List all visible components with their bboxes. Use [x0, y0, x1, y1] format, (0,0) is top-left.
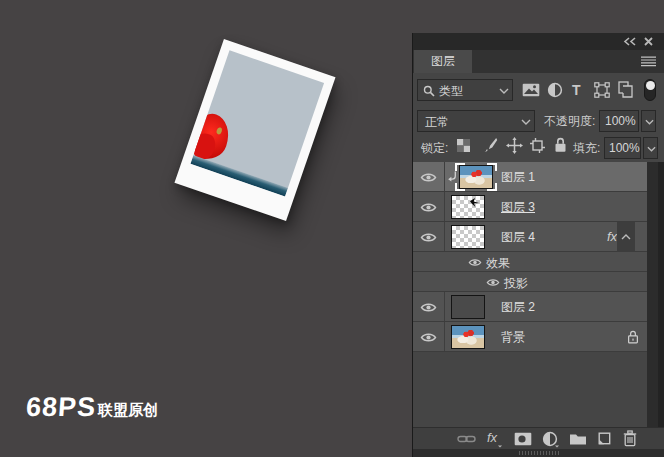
effect-row-drop-shadow[interactable]: 投影: [413, 272, 647, 292]
eye-icon[interactable]: [420, 202, 437, 213]
panel-resize-strip[interactable]: [413, 449, 664, 457]
layer-row-layer3[interactable]: 图层 3: [413, 192, 647, 222]
eye-icon[interactable]: [420, 332, 437, 343]
panel-menu-icon[interactable]: [641, 56, 656, 67]
eye-icon[interactable]: [486, 278, 500, 287]
panel-titlebar: [413, 33, 664, 50]
smart-object-filter-icon[interactable]: [618, 81, 633, 98]
layer-row-layer1[interactable]: 图层 1: [413, 162, 647, 192]
chevron-down-icon: [499, 88, 509, 94]
layer-content-mark: [470, 198, 479, 207]
layer-thumbnail[interactable]: [451, 225, 485, 249]
collapse-effects-button[interactable]: [617, 222, 635, 252]
layer-name[interactable]: 图层 3: [501, 192, 535, 222]
fill-dropdown-button[interactable]: [643, 137, 658, 159]
filter-toggle-knob: [646, 81, 655, 90]
layer-thumbnail[interactable]: [451, 325, 485, 349]
dropdown-arrow-icon: [555, 445, 559, 447]
chevron-down-icon: [645, 119, 654, 125]
eye-icon[interactable]: [468, 258, 482, 267]
photoshop-workspace: 68PS联盟原创 图层 类型: [0, 0, 664, 457]
layer-name[interactable]: 图层 4: [501, 222, 535, 252]
layers-footer-toolbar: fx: [413, 427, 664, 449]
shape-layer-filter-icon[interactable]: [594, 82, 610, 98]
layer-name[interactable]: 图层 1: [501, 162, 535, 192]
blend-mode-value: 正常: [425, 114, 449, 131]
layer-style-icon[interactable]: fx: [487, 430, 497, 445]
visibility-cell[interactable]: [413, 322, 445, 351]
pixel-layer-filter-icon[interactable]: [522, 83, 540, 97]
opacity-dropdown-button[interactable]: [641, 110, 656, 132]
eye-icon[interactable]: [420, 302, 437, 313]
search-icon: [423, 85, 435, 97]
effects-header-row[interactable]: 效果: [413, 252, 647, 272]
lock-artboard-icon[interactable]: [530, 138, 545, 153]
lock-image-pixels-icon[interactable]: [482, 137, 498, 153]
opacity-value: 100%: [605, 114, 636, 128]
panel-resize-grip[interactable]: [519, 451, 559, 455]
blend-mode-select[interactable]: 正常: [417, 110, 535, 132]
watermark: 68PS联盟原创: [26, 392, 158, 423]
type-layer-filter-icon[interactable]: T: [572, 82, 581, 98]
lock-icon: [627, 330, 639, 344]
layer-list-scroll-edge: [658, 162, 664, 427]
layer-style-fx-label: fx: [487, 430, 497, 445]
collapse-panel-icon[interactable]: [623, 37, 636, 46]
layer-thumbnail[interactable]: [451, 295, 485, 319]
layer-thumbnail-selection: [455, 162, 497, 192]
watermark-brand: 68PS: [25, 392, 97, 423]
adjustment-layer-filter-icon[interactable]: [547, 82, 563, 98]
canvas-polaroid-photo[interactable]: [174, 39, 335, 221]
effects-header-label: 效果: [486, 255, 510, 272]
layer-row-background[interactable]: 背景: [413, 322, 647, 352]
layer-list: 图层 1 图层 3: [413, 162, 664, 427]
layer-thumbnail[interactable]: [459, 165, 493, 189]
layer-thumbnail[interactable]: [451, 195, 485, 219]
sea-strip: [190, 155, 287, 196]
polaroid-photo-image: [190, 50, 324, 196]
layer-row-layer2[interactable]: 图层 2: [413, 292, 647, 322]
new-layer-icon[interactable]: [597, 431, 612, 446]
tab-layers[interactable]: 图层: [414, 50, 472, 73]
effect-name: 投影: [504, 275, 528, 292]
eye-icon[interactable]: [420, 232, 437, 243]
layer-name[interactable]: 图层 2: [501, 292, 535, 322]
new-adjustment-layer-icon[interactable]: [542, 431, 558, 447]
visibility-cell[interactable]: [413, 292, 445, 321]
delete-layer-icon[interactable]: [623, 430, 637, 447]
new-group-icon[interactable]: [569, 432, 587, 445]
chevron-up-icon: [621, 234, 631, 240]
visibility-cell[interactable]: [413, 222, 445, 251]
layers-panel: 图层 类型 T: [412, 33, 664, 457]
filter-toggle-switch[interactable]: [644, 79, 656, 101]
fill-value: 100%: [609, 141, 640, 155]
lock-transparent-pixels-icon[interactable]: [456, 138, 471, 153]
layer-list-scrollbar[interactable]: [647, 162, 658, 427]
opacity-label: 不透明度:: [544, 113, 595, 130]
lock-all-icon[interactable]: [554, 137, 567, 153]
chevron-down-icon: [647, 146, 656, 152]
fill-input[interactable]: 100%: [604, 137, 641, 159]
layer-row-layer4[interactable]: 图层 4 fx: [413, 222, 647, 252]
fx-badge[interactable]: fx: [607, 222, 617, 252]
dropdown-arrow-icon: [498, 445, 502, 447]
panel-tabstrip: 图层: [413, 50, 664, 73]
add-layer-mask-icon[interactable]: [514, 432, 532, 446]
eye-icon[interactable]: [420, 172, 437, 183]
watermark-text: 联盟原创: [98, 401, 158, 420]
lock-position-icon[interactable]: [506, 137, 523, 154]
layer-name[interactable]: 背景: [501, 322, 525, 352]
opacity-input[interactable]: 100%: [599, 110, 639, 132]
filter-type-label: 类型: [439, 83, 463, 100]
visibility-cell[interactable]: [413, 192, 445, 221]
close-panel-icon[interactable]: [644, 37, 653, 46]
layer-filter-select[interactable]: 类型: [417, 79, 513, 101]
visibility-cell[interactable]: [413, 162, 445, 191]
lock-label: 锁定:: [421, 140, 448, 157]
link-layers-icon[interactable]: [457, 434, 476, 444]
chevron-down-icon: [521, 119, 531, 125]
fill-label: 填充:: [573, 140, 600, 157]
